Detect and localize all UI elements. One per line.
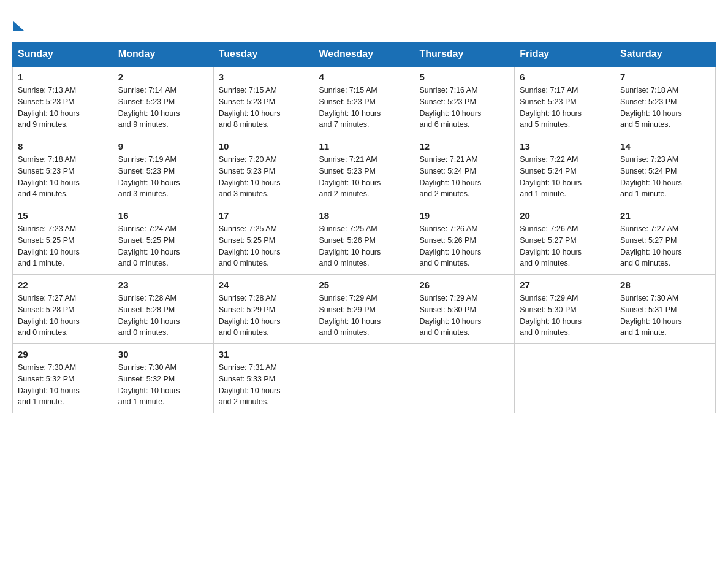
day-of-week-monday: Monday <box>113 42 213 67</box>
day-info: Sunrise: 7:18 AM Sunset: 5:23 PM Dayligh… <box>620 85 710 131</box>
calendar-cell: 3 Sunrise: 7:15 AM Sunset: 5:23 PM Dayli… <box>213 66 314 136</box>
day-number: 25 <box>319 280 409 290</box>
day-number: 19 <box>419 210 509 221</box>
calendar-cell: 27 Sunrise: 7:29 AM Sunset: 5:30 PM Dayl… <box>515 275 615 344</box>
day-number: 8 <box>18 141 108 151</box>
calendar-cell: 21 Sunrise: 7:27 AM Sunset: 5:27 PM Dayl… <box>615 205 716 275</box>
calendar-cell: 6 Sunrise: 7:17 AM Sunset: 5:23 PM Dayli… <box>515 66 615 136</box>
day-info: Sunrise: 7:26 AM Sunset: 5:26 PM Dayligh… <box>419 223 509 269</box>
day-info: Sunrise: 7:21 AM Sunset: 5:24 PM Dayligh… <box>419 154 509 200</box>
day-of-week-friday: Friday <box>515 42 615 67</box>
calendar-cell: 12 Sunrise: 7:21 AM Sunset: 5:24 PM Dayl… <box>414 136 515 205</box>
day-number: 9 <box>118 141 208 151</box>
day-number: 2 <box>118 72 208 82</box>
calendar-cell: 2 Sunrise: 7:14 AM Sunset: 5:23 PM Dayli… <box>113 66 213 136</box>
day-number: 27 <box>520 280 610 290</box>
calendar-cell: 5 Sunrise: 7:16 AM Sunset: 5:23 PM Dayli… <box>414 66 515 136</box>
calendar-week-row: 15 Sunrise: 7:23 AM Sunset: 5:25 PM Dayl… <box>13 205 716 275</box>
day-number: 17 <box>219 210 309 221</box>
day-number: 29 <box>18 349 108 359</box>
calendar-cell <box>414 344 515 413</box>
calendar-cell: 29 Sunrise: 7:30 AM Sunset: 5:32 PM Dayl… <box>13 344 113 413</box>
calendar-week-row: 8 Sunrise: 7:18 AM Sunset: 5:23 PM Dayli… <box>13 136 716 205</box>
day-info: Sunrise: 7:25 AM Sunset: 5:26 PM Dayligh… <box>319 223 409 269</box>
day-number: 12 <box>419 141 509 151</box>
calendar-cell: 19 Sunrise: 7:26 AM Sunset: 5:26 PM Dayl… <box>414 205 515 275</box>
day-info: Sunrise: 7:28 AM Sunset: 5:28 PM Dayligh… <box>118 293 208 339</box>
day-info: Sunrise: 7:23 AM Sunset: 5:25 PM Dayligh… <box>18 223 108 269</box>
day-info: Sunrise: 7:14 AM Sunset: 5:23 PM Dayligh… <box>118 85 208 131</box>
calendar-cell: 11 Sunrise: 7:21 AM Sunset: 5:23 PM Dayl… <box>314 136 414 205</box>
day-number: 14 <box>620 141 710 151</box>
calendar-cell <box>314 344 414 413</box>
day-info: Sunrise: 7:30 AM Sunset: 5:32 PM Dayligh… <box>118 362 208 408</box>
day-number: 5 <box>419 72 509 82</box>
calendar-week-row: 1 Sunrise: 7:13 AM Sunset: 5:23 PM Dayli… <box>13 66 716 136</box>
day-number: 20 <box>520 210 610 221</box>
day-of-week-wednesday: Wednesday <box>314 42 414 67</box>
day-info: Sunrise: 7:16 AM Sunset: 5:23 PM Dayligh… <box>419 85 509 131</box>
day-number: 6 <box>520 72 610 82</box>
calendar-cell: 7 Sunrise: 7:18 AM Sunset: 5:23 PM Dayli… <box>615 66 716 136</box>
calendar-cell: 28 Sunrise: 7:30 AM Sunset: 5:31 PM Dayl… <box>615 275 716 344</box>
day-info: Sunrise: 7:21 AM Sunset: 5:23 PM Dayligh… <box>319 154 409 200</box>
day-number: 7 <box>620 72 710 82</box>
calendar-cell: 30 Sunrise: 7:30 AM Sunset: 5:32 PM Dayl… <box>113 344 213 413</box>
day-info: Sunrise: 7:30 AM Sunset: 5:31 PM Dayligh… <box>620 293 710 339</box>
logo-arrow-icon <box>13 21 24 31</box>
calendar-cell: 4 Sunrise: 7:15 AM Sunset: 5:23 PM Dayli… <box>314 66 414 136</box>
calendar-cell: 17 Sunrise: 7:25 AM Sunset: 5:25 PM Dayl… <box>213 205 314 275</box>
day-number: 31 <box>219 349 309 359</box>
day-number: 3 <box>219 72 309 82</box>
day-info: Sunrise: 7:18 AM Sunset: 5:23 PM Dayligh… <box>18 154 108 200</box>
calendar-cell: 10 Sunrise: 7:20 AM Sunset: 5:23 PM Dayl… <box>213 136 314 205</box>
calendar-week-row: 22 Sunrise: 7:27 AM Sunset: 5:28 PM Dayl… <box>13 275 716 344</box>
day-info: Sunrise: 7:29 AM Sunset: 5:29 PM Dayligh… <box>319 293 409 339</box>
calendar-cell: 15 Sunrise: 7:23 AM Sunset: 5:25 PM Dayl… <box>13 205 113 275</box>
calendar-cell: 24 Sunrise: 7:28 AM Sunset: 5:29 PM Dayl… <box>213 275 314 344</box>
calendar-cell: 18 Sunrise: 7:25 AM Sunset: 5:26 PM Dayl… <box>314 205 414 275</box>
day-info: Sunrise: 7:17 AM Sunset: 5:23 PM Dayligh… <box>520 85 610 131</box>
calendar-cell: 1 Sunrise: 7:13 AM Sunset: 5:23 PM Dayli… <box>13 66 113 136</box>
calendar-cell: 23 Sunrise: 7:28 AM Sunset: 5:28 PM Dayl… <box>113 275 213 344</box>
day-number: 26 <box>419 280 509 290</box>
calendar-cell: 26 Sunrise: 7:29 AM Sunset: 5:30 PM Dayl… <box>414 275 515 344</box>
calendar-cell: 31 Sunrise: 7:31 AM Sunset: 5:33 PM Dayl… <box>213 344 314 413</box>
day-info: Sunrise: 7:22 AM Sunset: 5:24 PM Dayligh… <box>520 154 610 200</box>
day-number: 28 <box>620 280 710 290</box>
day-number: 21 <box>620 210 710 221</box>
day-number: 15 <box>18 210 108 221</box>
day-number: 24 <box>219 280 309 290</box>
calendar-cell: 13 Sunrise: 7:22 AM Sunset: 5:24 PM Dayl… <box>515 136 615 205</box>
calendar-cell: 25 Sunrise: 7:29 AM Sunset: 5:29 PM Dayl… <box>314 275 414 344</box>
day-number: 16 <box>118 210 208 221</box>
day-info: Sunrise: 7:27 AM Sunset: 5:27 PM Dayligh… <box>620 223 710 269</box>
logo <box>12 17 24 31</box>
calendar-cell <box>615 344 716 413</box>
day-info: Sunrise: 7:29 AM Sunset: 5:30 PM Dayligh… <box>520 293 610 339</box>
day-of-week-saturday: Saturday <box>615 42 716 67</box>
day-number: 4 <box>319 72 409 82</box>
day-info: Sunrise: 7:28 AM Sunset: 5:29 PM Dayligh… <box>219 293 309 339</box>
day-of-week-tuesday: Tuesday <box>213 42 314 67</box>
day-info: Sunrise: 7:15 AM Sunset: 5:23 PM Dayligh… <box>319 85 409 131</box>
day-number: 13 <box>520 141 610 151</box>
calendar-cell <box>515 344 615 413</box>
calendar-cell: 22 Sunrise: 7:27 AM Sunset: 5:28 PM Dayl… <box>13 275 113 344</box>
day-number: 30 <box>118 349 208 359</box>
day-number: 10 <box>219 141 309 151</box>
calendar-cell: 14 Sunrise: 7:23 AM Sunset: 5:24 PM Dayl… <box>615 136 716 205</box>
calendar-cell: 16 Sunrise: 7:24 AM Sunset: 5:25 PM Dayl… <box>113 205 213 275</box>
day-number: 18 <box>319 210 409 221</box>
calendar-week-row: 29 Sunrise: 7:30 AM Sunset: 5:32 PM Dayl… <box>13 344 716 413</box>
day-number: 22 <box>18 280 108 290</box>
day-info: Sunrise: 7:30 AM Sunset: 5:32 PM Dayligh… <box>18 362 108 408</box>
calendar-cell: 9 Sunrise: 7:19 AM Sunset: 5:23 PM Dayli… <box>113 136 213 205</box>
calendar-table: SundayMondayTuesdayWednesdayThursdayFrid… <box>12 42 716 413</box>
day-number: 1 <box>18 72 108 82</box>
day-number: 23 <box>118 280 208 290</box>
calendar-cell: 20 Sunrise: 7:26 AM Sunset: 5:27 PM Dayl… <box>515 205 615 275</box>
day-info: Sunrise: 7:31 AM Sunset: 5:33 PM Dayligh… <box>219 362 309 408</box>
day-info: Sunrise: 7:13 AM Sunset: 5:23 PM Dayligh… <box>18 85 108 131</box>
day-info: Sunrise: 7:25 AM Sunset: 5:25 PM Dayligh… <box>219 223 309 269</box>
